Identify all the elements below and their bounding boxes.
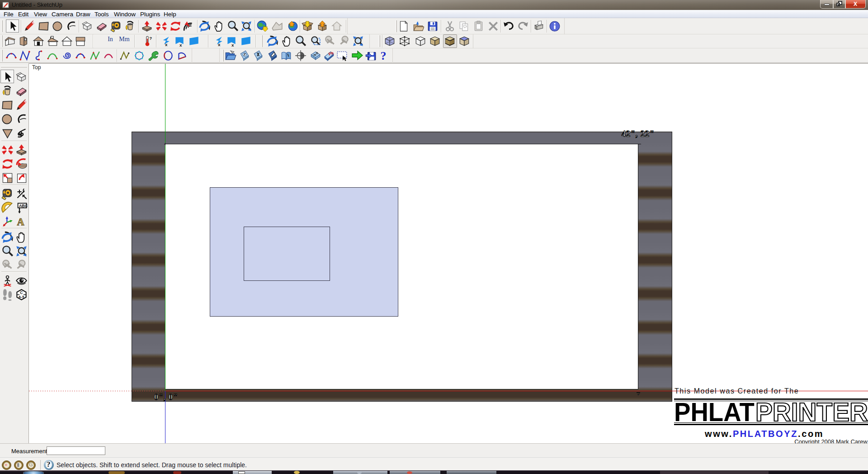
svg-text:PRINTER: PRINTER: [755, 400, 868, 423]
svg-text:PHLAT: PHLAT: [674, 400, 755, 423]
